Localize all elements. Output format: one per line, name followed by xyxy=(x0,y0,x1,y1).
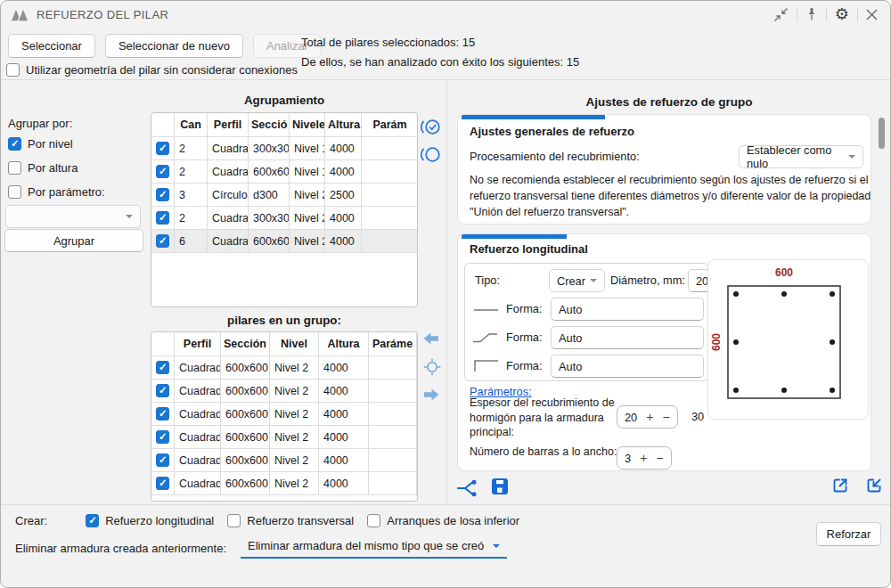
cover-thickness-stepper[interactable]: 20 + − xyxy=(617,405,678,429)
table-row[interactable]: Cuadrado 600x600 Nivel 2 4000 xyxy=(151,356,417,380)
delete-reinforcement-select[interactable]: Eliminar armadura del mismo tipo que se … xyxy=(241,537,507,559)
collapse-icon[interactable] xyxy=(773,7,789,22)
table-row-selected[interactable]: 6 Cuadrado 600x600 Nivel 2 4000 xyxy=(151,230,418,253)
row-checkbox[interactable] xyxy=(156,384,169,397)
close-icon[interactable] xyxy=(866,9,878,20)
row-checkbox[interactable] xyxy=(156,361,169,374)
cell-section: 600x600 xyxy=(221,449,270,472)
bars-count-stepper[interactable]: 3 + − xyxy=(617,446,672,470)
type-select[interactable]: Crear xyxy=(549,269,605,292)
row-checkbox[interactable] xyxy=(156,165,169,178)
table-row[interactable]: 3 Círculo d300 Nivel 2 2500 xyxy=(151,184,418,207)
row-checkbox[interactable] xyxy=(156,477,169,490)
group-button[interactable]: Agrupar xyxy=(4,229,143,252)
cell-param xyxy=(362,230,418,253)
use-geometry-checkbox[interactable]: Utilizar geometría del pilar sin conside… xyxy=(6,63,298,77)
shape-input-corner[interactable]: Auto xyxy=(551,355,704,378)
shape-input-straight[interactable]: Auto xyxy=(551,298,704,321)
table-row[interactable]: 2 Cuadrado 300x300 Nivel 2 4000 xyxy=(151,207,418,230)
increment-button[interactable]: + xyxy=(646,411,653,423)
export-settings-icon[interactable] xyxy=(830,476,850,495)
section-drawing xyxy=(727,285,841,399)
checkbox[interactable] xyxy=(367,514,380,527)
row-checkbox[interactable] xyxy=(156,142,169,155)
save-icon[interactable] xyxy=(490,477,510,496)
table-row[interactable]: Cuadrado 600x600 Nivel 2 4000 xyxy=(151,449,417,472)
import-settings-icon[interactable] xyxy=(864,476,884,495)
select-all-icon[interactable] xyxy=(420,117,443,137)
cell-level: Nivel 2 xyxy=(270,403,319,426)
chevron-down-icon xyxy=(126,215,133,218)
pin-icon[interactable] xyxy=(805,7,818,21)
locate-crosshair-icon[interactable] xyxy=(423,358,441,376)
row-checkbox[interactable] xyxy=(156,188,169,201)
chevron-down-icon xyxy=(848,155,855,159)
row-checkbox[interactable] xyxy=(156,234,169,248)
cell-profile: Cuadrado xyxy=(208,137,249,160)
checkbox[interactable] xyxy=(8,161,21,175)
move-right-arrow-icon[interactable] xyxy=(422,388,440,402)
row-checkbox[interactable] xyxy=(156,211,169,225)
reselect-button[interactable]: Seleccionar de nuevo xyxy=(105,34,243,58)
shape-input-offset[interactable]: Auto xyxy=(551,326,704,349)
checkbox[interactable] xyxy=(6,63,20,77)
right-panel-scrollbar[interactable] xyxy=(879,118,885,149)
cell-count: 6 xyxy=(175,230,208,253)
section-preview-card: 600 600 xyxy=(707,259,869,420)
header-checkbox-column xyxy=(151,113,175,137)
cell-height: 4000 xyxy=(325,160,362,184)
by-level-checkbox[interactable]: Por nivel xyxy=(8,137,73,151)
delete-reinforcement-label: Eliminar armadura creada anteriormente: xyxy=(15,542,226,555)
row-checkbox[interactable] xyxy=(156,430,169,444)
table-row[interactable]: Cuadrado 600x600 Nivel 2 4000 xyxy=(151,380,417,403)
deselect-all-icon[interactable] xyxy=(420,144,443,165)
checkbox[interactable] xyxy=(8,185,21,199)
table-row[interactable]: Cuadrado 600x600 Nivel 2 4000 xyxy=(151,403,417,426)
row-checkbox[interactable] xyxy=(156,453,169,467)
cell-section: 600x600 xyxy=(221,380,270,403)
settings-gear-icon[interactable]: ⚙ xyxy=(835,6,849,22)
grouping-table-title: Agrupamiento xyxy=(151,94,418,107)
cover-processing-select[interactable]: Establecer como nulo xyxy=(739,145,863,168)
table-row[interactable]: 2 Cuadrado 600x600 Nivel 1 4000 xyxy=(151,160,418,184)
by-height-label: Por altura xyxy=(28,161,78,175)
table-row[interactable]: Cuadrado 600x600 Nivel 2 4000 xyxy=(151,426,417,449)
titlebar: REFUERZO DEL PILAR ⚙ xyxy=(1,1,890,28)
header-section: Sección xyxy=(221,332,270,356)
by-parameter-checkbox[interactable]: Por parámetro: xyxy=(8,185,105,199)
checkbox[interactable] xyxy=(86,514,99,527)
cell-param xyxy=(369,472,417,495)
header-profile: Perfil xyxy=(175,332,221,356)
cell-profile: Cuadrado xyxy=(175,380,221,403)
header-level: Nivel xyxy=(270,332,319,356)
create-longitudinal-checkbox[interactable]: Refuerzo longitudinal xyxy=(86,514,214,527)
reinforce-button[interactable]: Reforzar xyxy=(816,522,881,546)
create-transversal-checkbox[interactable]: Refuerzo transversal xyxy=(227,514,354,527)
cover-note-text: No se recomienda establecer el recubrimi… xyxy=(470,172,871,220)
group-settings-title: Ajustes de refuerzo de grupo xyxy=(448,95,890,109)
by-height-checkbox[interactable]: Por altura xyxy=(8,161,78,175)
bar-definition-group: Tipo: Crear Diámetro, mm: 20 Forma: Auto… xyxy=(464,263,709,381)
shape-value: Auto xyxy=(559,331,582,345)
row-checkbox[interactable] xyxy=(156,407,169,421)
parameter-select[interactable] xyxy=(5,205,141,228)
increment-button[interactable]: + xyxy=(640,452,647,464)
cell-profile: Cuadrado xyxy=(208,160,249,184)
apply-to-model-icon[interactable] xyxy=(456,478,479,498)
shape-value: Auto xyxy=(559,360,582,373)
cell-profile: Cuadrado xyxy=(208,230,249,253)
select-button[interactable]: Seleccionar xyxy=(8,34,95,58)
decrement-button[interactable]: − xyxy=(656,452,663,464)
diameter-input[interactable]: 20 xyxy=(688,269,709,292)
checkbox[interactable] xyxy=(8,137,21,151)
cell-profile: Cuadrado xyxy=(175,356,221,380)
create-options-row: Crear: Refuerzo longitudinal Refuerzo tr… xyxy=(15,514,519,527)
table-row[interactable]: 2 Cuadrado 300x300 Nivel 1 4000 xyxy=(151,137,418,160)
decrement-button[interactable]: − xyxy=(662,411,669,423)
create-slab-starters-checkbox[interactable]: Arranques de losa inferior xyxy=(367,514,519,527)
move-left-arrow-icon[interactable] xyxy=(422,331,440,346)
table-row[interactable]: Cuadrado 600x600 Nivel 2 4000 xyxy=(151,472,417,495)
group-pillars-table-title: pilares en un grupo: xyxy=(151,314,418,327)
checkbox[interactable] xyxy=(227,514,241,527)
titlebar-separator xyxy=(826,8,827,21)
